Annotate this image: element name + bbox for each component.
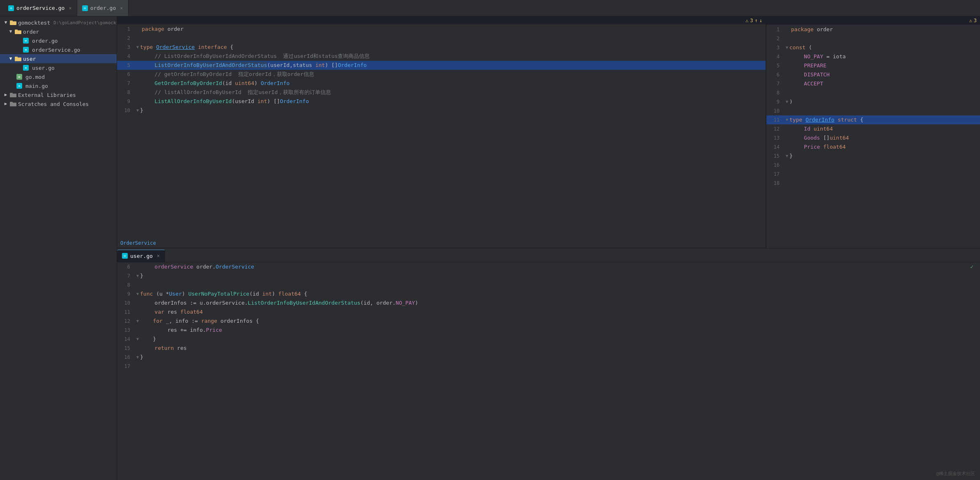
user-go-label: user.go (32, 65, 115, 71)
tab-order[interactable]: ∞ order.go × (77, 0, 129, 16)
user-line-15: 15 return res (117, 344, 980, 353)
tab-orderservice[interactable]: ∞ orderService.go × (3, 0, 77, 16)
user-tab[interactable]: ∞ user.go × (117, 250, 165, 262)
order-topbar: ⚠ 3 (766, 16, 980, 25)
order-line-14: 14 Price float64 (766, 142, 980, 152)
user-line-10: 10 orderInfos := u.orderService.ListOrde… (117, 299, 980, 308)
orderservice-code[interactable]: 1 package order 2 3 ▼ (117, 25, 766, 239)
order-line-16: 16 (766, 161, 980, 170)
orderservice-topbar: ⚠ 3 ↑ ↓ (117, 16, 766, 25)
go-icon-user: ∞ (23, 65, 29, 71)
order-line-13: 13 Goods []uint64 (766, 133, 980, 142)
user-folder-label: user (23, 56, 115, 62)
code-line-1: 1 package order (117, 25, 766, 34)
top-tab-bar: ∞ orderService.go × ∞ order.go × (0, 0, 980, 16)
order-folder-label: order (23, 29, 115, 35)
sidebar-external-libs[interactable]: ▶ External Libraries (0, 90, 117, 99)
orderservice-pane: ⚠ 3 ↑ ↓ 1 package order (117, 16, 766, 248)
bottom-pane-row: ∞ user.go × 6 orderService order.OrderSe… (117, 248, 980, 480)
user-line-12: 12 ▼ for _, info := range orderInfos { (117, 317, 980, 326)
sidebar-scratches[interactable]: ▶ Scratches and Consoles (0, 99, 117, 108)
user-tab-close[interactable]: × (157, 253, 160, 259)
scratches-label: Scratches and Consoles (18, 101, 115, 107)
code-line-empty-1 (117, 115, 766, 124)
go-mod-label: go.mod (25, 74, 115, 80)
orderservice-go-label: orderService.go (32, 47, 115, 53)
main-layout: ▼ gomocktest D:\goLandProject\gomockt...… (0, 16, 980, 480)
user-code[interactable]: 6 orderService order.OrderService ✓ 7 ▼ … (117, 262, 980, 480)
go-file-icon-2: ∞ (82, 5, 88, 11)
svg-rect-9 (10, 102, 13, 103)
code-line-6: 6 // getOrderInfoByOrderId 指定orderId，获取o… (117, 70, 766, 79)
fold-user-7[interactable]: ▼ (135, 271, 140, 280)
top-pane-row: ⚠ 3 ↑ ↓ 1 package order (117, 16, 980, 248)
user-line-7: 7 ▼ } (117, 271, 980, 280)
go-icon-user-tab: ∞ (122, 253, 128, 259)
order-line-17: 17 (766, 170, 980, 179)
folder-scratch-icon (10, 101, 16, 106)
fold-3[interactable]: ▼ (135, 43, 140, 52)
arrow-ext: ▶ (3, 92, 8, 97)
order-line-8: 8 (766, 88, 980, 97)
warning-triangle-icon-2: ⚠ (969, 18, 972, 23)
fold-order-11[interactable]: ▼ (784, 115, 789, 124)
user-line-16: 16 ▼ } (117, 353, 980, 362)
order-line-10: 10 (766, 106, 980, 115)
arrow-scratch: ▶ (3, 101, 8, 106)
go-icon-mod: ∞ (16, 74, 22, 80)
user-line-9: 9 ▼ func (u *User) UserNoPayTotalPrice(i… (117, 289, 980, 299)
sidebar: ▼ gomocktest D:\goLandProject\gomockt...… (0, 16, 117, 480)
code-line-10: 10 ▼ } (117, 106, 766, 115)
fold-10[interactable]: ▼ (135, 106, 140, 115)
fold-user-16[interactable]: ▼ (135, 353, 140, 362)
sidebar-user-go[interactable]: ∞ user.go (0, 63, 117, 72)
go-icon-order: ∞ (23, 38, 29, 44)
user-tabs: ∞ user.go × (117, 248, 980, 262)
arrow-user: ▼ (8, 56, 13, 61)
tab-label-order: order.go (90, 5, 116, 11)
fold-order-15[interactable]: ▼ (784, 152, 789, 161)
folder-user-icon (15, 56, 21, 61)
code-line-5: 5 ListOrderInfoByUserIdAndOrderStatus(us… (117, 61, 766, 70)
svg-rect-3 (15, 30, 18, 31)
fold-order-3[interactable]: ▼ (784, 43, 789, 52)
order-line-1: 1 package order (766, 25, 980, 34)
warning-triangle-icon: ⚠ (745, 18, 748, 23)
fold-user-9[interactable]: ▼ (135, 289, 140, 299)
sidebar-main-go[interactable]: ∞ main.go (0, 81, 117, 90)
tab-close-order[interactable]: × (120, 5, 123, 11)
warn-down[interactable]: ↓ (759, 18, 762, 23)
order-line-15: 15 ▼ } (766, 152, 980, 161)
sidebar-user-folder[interactable]: ▼ user (0, 54, 117, 63)
svg-rect-7 (10, 93, 13, 94)
folder-ext-icon (10, 92, 16, 97)
warn-count-order: ⚠ 3 (969, 18, 977, 23)
code-line-empty-3 (117, 133, 766, 142)
user-line-8: 8 (117, 280, 980, 289)
code-line-4: 4 // ListOrderInfoByUserIdAndOrderStatus… (117, 52, 766, 61)
order-line-2: 2 (766, 34, 980, 43)
sidebar-go-mod[interactable]: ∞ go.mod (0, 72, 117, 81)
arrow-icon: ▼ (3, 20, 8, 25)
fold-user-14[interactable]: ▼ (135, 335, 140, 344)
code-line-empty-5 (117, 151, 766, 160)
code-line-8: 8 // listAllOrderInfoByUserId 指定userId，获… (117, 88, 766, 97)
tab-close-orderservice[interactable]: × (69, 5, 71, 11)
sidebar-order-go[interactable]: ∞ order.go (0, 36, 117, 45)
go-icon-orderservice: ∞ (23, 47, 29, 53)
fold-order-9[interactable]: ▼ (784, 97, 789, 106)
order-line-9: 9 ▼ ) (766, 97, 980, 106)
folder-icon (10, 20, 16, 25)
code-line-empty-2 (117, 124, 766, 133)
sidebar-order-folder[interactable]: ▼ order (0, 27, 117, 36)
orderservice-breadcrumb: OrderService (117, 239, 766, 248)
warn-up[interactable]: ↑ (755, 18, 758, 23)
project-path: D:\goLandProject\gomockt... (53, 20, 117, 25)
code-line-3: 3 ▼ type OrderService interface { (117, 43, 766, 52)
go-file-icon: ∞ (8, 5, 14, 11)
order-line-11: 11 ▼ type OrderInfo struct { (766, 115, 980, 124)
sidebar-project-root[interactable]: ▼ gomocktest D:\goLandProject\gomockt... (0, 18, 117, 27)
order-code[interactable]: 1 package order 2 3 ▼ const ( (766, 25, 980, 248)
fold-user-12[interactable]: ▼ (135, 317, 140, 326)
sidebar-orderservice-go[interactable]: ∞ orderService.go (0, 45, 117, 54)
